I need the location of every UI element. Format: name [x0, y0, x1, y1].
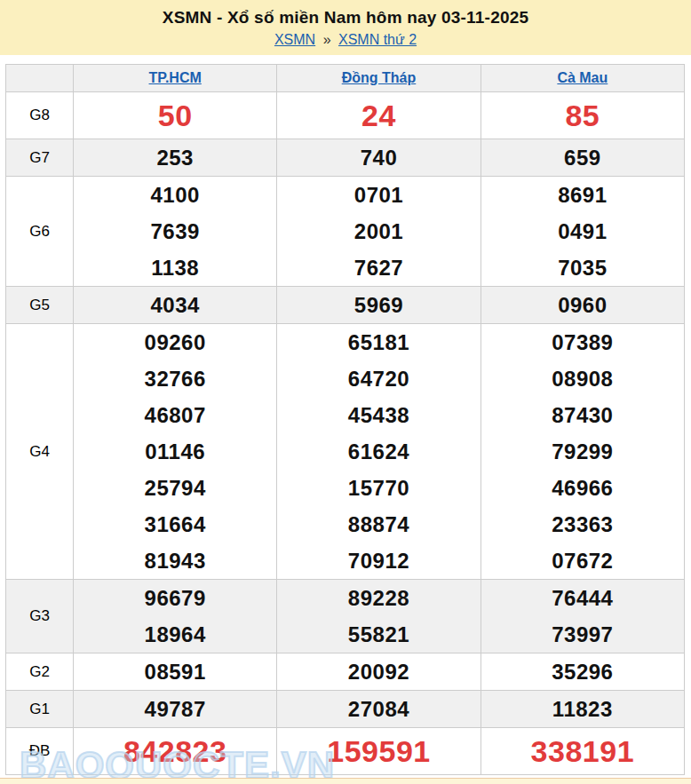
prize-label-g8: G8	[6, 92, 74, 139]
next-section-edge	[0, 778, 691, 784]
result-cell: 49787	[74, 691, 277, 728]
prize-row-g1: G1497872708411823	[6, 691, 685, 728]
province-link-dong-thap[interactable]: Đồng Tháp	[342, 70, 417, 85]
result-cell: 11823	[481, 691, 684, 728]
result-number: 159591	[277, 728, 480, 774]
result-number: 96679	[74, 580, 276, 616]
result-number: 01146	[74, 433, 276, 470]
prize-label-g3: G3	[6, 580, 74, 653]
result-number: 0960	[481, 287, 684, 323]
result-number: 08908	[481, 360, 684, 397]
result-cell: 159591	[277, 728, 481, 775]
results-table-container: TP.HCM Đồng Tháp Cà Mau G8502485G7253740…	[0, 55, 691, 775]
result-cell: 9667918964	[74, 580, 277, 653]
result-number: 89228	[277, 580, 480, 616]
result-cell: 85	[481, 92, 684, 139]
result-cell: 65181647204543861624157708887470912	[277, 324, 481, 580]
result-number: 5969	[277, 287, 480, 323]
result-number: 87430	[481, 397, 684, 433]
province-link-ca-mau[interactable]: Cà Mau	[557, 70, 608, 85]
prize-row-g3: G3966791896489228558217644473997	[6, 580, 685, 653]
result-number: 0491	[481, 213, 684, 249]
breadcrumb-link-xsmn[interactable]: XSMN	[274, 32, 315, 47]
result-number: 65181	[277, 324, 480, 360]
result-number: 81943	[74, 542, 276, 579]
column-header-dong-thap: Đồng Tháp	[277, 65, 481, 92]
result-number: 45438	[277, 397, 480, 433]
breadcrumb-link-xsmn-thu2[interactable]: XSMN thứ 2	[338, 32, 417, 47]
result-number: 64720	[277, 360, 480, 397]
lottery-results-table: TP.HCM Đồng Tháp Cà Mau G8502485G7253740…	[5, 64, 685, 775]
breadcrumb-separator: »	[323, 32, 331, 47]
result-number: 842823	[74, 728, 276, 774]
result-cell: 7644473997	[481, 580, 684, 653]
result-cell: 09260327664680701146257943166481943	[74, 324, 277, 580]
prize-label-g7: G7	[6, 139, 74, 177]
result-cell: 659	[481, 139, 684, 177]
result-number: 0701	[277, 177, 480, 213]
prize-row-g8: G8502485	[6, 92, 685, 139]
result-cell: 842823	[74, 728, 277, 775]
result-number: 73997	[481, 616, 684, 653]
result-cell: 20092	[277, 653, 481, 691]
result-number: 20092	[277, 653, 480, 690]
result-cell: 410076391138	[74, 177, 277, 287]
result-number: 659	[481, 139, 684, 176]
result-number: 79299	[481, 433, 684, 470]
result-number: 55821	[277, 616, 480, 653]
result-cell: 27084	[277, 691, 481, 728]
column-header-tphcm: TP.HCM	[74, 65, 277, 92]
result-number: 46966	[481, 470, 684, 506]
result-cell: 070120017627	[277, 177, 481, 287]
prize-row-g7: G7253740659	[6, 139, 685, 177]
result-number: 15770	[277, 470, 480, 506]
column-header-ca-mau: Cà Mau	[481, 65, 684, 92]
prize-row-db: ĐB842823159591338191	[6, 728, 685, 775]
result-number: 1138	[74, 249, 276, 286]
result-cell: 50	[74, 92, 277, 139]
result-number: 07389	[481, 324, 684, 360]
page-header: XSMN - Xổ số miền Nam hôm nay 03-11-2025…	[0, 0, 691, 55]
prize-row-g4: G409260327664680701146257943166481943651…	[6, 324, 685, 580]
result-number: 31664	[74, 506, 276, 542]
result-cell: 08591	[74, 653, 277, 691]
result-number: 7627	[277, 249, 480, 286]
result-number: 740	[277, 139, 480, 176]
result-number: 50	[74, 92, 276, 139]
prize-column-header	[6, 65, 74, 92]
result-number: 08591	[74, 653, 276, 690]
result-number: 35296	[481, 653, 684, 690]
result-number: 09260	[74, 324, 276, 360]
result-number: 46807	[74, 397, 276, 433]
result-cell: 24	[277, 92, 481, 139]
breadcrumb: XSMN » XSMN thứ 2	[9, 32, 682, 48]
result-number: 27084	[277, 691, 480, 727]
result-number: 2001	[277, 213, 480, 249]
result-number: 88874	[277, 506, 480, 542]
prize-label-g2: G2	[6, 653, 74, 691]
prize-label-g1: G1	[6, 691, 74, 728]
result-number: 253	[74, 139, 276, 176]
prize-label-g5: G5	[6, 287, 74, 324]
result-number: 23363	[481, 506, 684, 542]
result-cell: 740	[277, 139, 481, 177]
result-number: 70912	[277, 542, 480, 579]
prize-row-g5: G5403459690960	[6, 287, 685, 324]
result-cell: 07389089088743079299469662336307672	[481, 324, 684, 580]
result-number: 49787	[74, 691, 276, 727]
result-cell: 869104917035	[481, 177, 684, 287]
result-number: 85	[481, 92, 684, 139]
result-cell: 8922855821	[277, 580, 481, 653]
result-number: 76444	[481, 580, 684, 616]
result-number: 24	[277, 92, 480, 139]
result-number: 7035	[481, 249, 684, 286]
result-number: 25794	[74, 470, 276, 506]
prize-label-g6: G6	[6, 177, 74, 287]
result-number: 8691	[481, 177, 684, 213]
result-number: 11823	[481, 691, 684, 727]
result-cell: 0960	[481, 287, 684, 324]
result-number: 338191	[481, 728, 684, 774]
province-link-tphcm[interactable]: TP.HCM	[149, 70, 202, 85]
result-cell: 253	[74, 139, 277, 177]
result-cell: 35296	[481, 653, 684, 691]
